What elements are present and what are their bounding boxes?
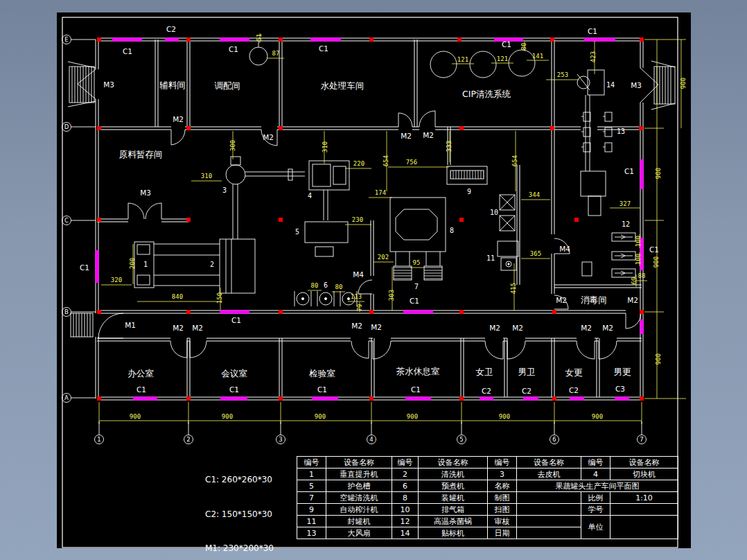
door-label-m2: M2 bbox=[556, 296, 567, 304]
equip-no: 2 bbox=[392, 469, 419, 480]
table-row: 7 空罐清洗机 8 装罐机 制图 比例 1:10 bbox=[297, 492, 678, 504]
equip-no: 6 bbox=[392, 480, 419, 492]
door-m2-meeting bbox=[190, 341, 206, 358]
col-header-no: 编号 bbox=[297, 457, 326, 469]
room-label-men-toilet: 男卫 bbox=[518, 367, 536, 377]
door-label-m2: M2 bbox=[173, 115, 184, 123]
equipment-number-13: 13 bbox=[617, 128, 625, 135]
equip-no: 11 bbox=[297, 516, 326, 527]
dim-79: 79 bbox=[356, 304, 363, 312]
room-label-women-change: 女更 bbox=[565, 367, 583, 378]
dim-900: 900 bbox=[655, 353, 662, 365]
col-header-no: 编号 bbox=[488, 457, 517, 469]
doors bbox=[78, 68, 658, 359]
room-label-tea-rest: 茶水休息室 bbox=[396, 366, 440, 376]
titleblock-draw-label: 制图 bbox=[488, 492, 517, 504]
dim-80: 80 bbox=[520, 43, 527, 51]
window-label-c1: C1 bbox=[317, 385, 327, 394]
door-m2-aux bbox=[171, 130, 185, 145]
grid-col-1: 1 bbox=[97, 436, 100, 443]
room-label-raw-storage: 原料暂存间 bbox=[119, 149, 163, 159]
blending-tank bbox=[249, 41, 267, 65]
room-label-cip: CIP清洗系统 bbox=[462, 89, 511, 99]
equip-name: 预煮机 bbox=[419, 480, 488, 492]
grid-col-3: 3 bbox=[279, 436, 282, 443]
dim-150: 150 bbox=[216, 292, 223, 304]
equipment-4-cutter bbox=[309, 161, 349, 220]
door-m1-corridor bbox=[98, 313, 123, 338]
dim-95: 95 bbox=[413, 259, 421, 266]
dim-200: 200 bbox=[129, 258, 136, 269]
equip-no: 13 bbox=[297, 527, 326, 539]
dim-202: 202 bbox=[378, 254, 389, 261]
room-label-water-treatment: 水处理车间 bbox=[321, 80, 364, 91]
stairs-top-left bbox=[68, 62, 96, 107]
door-label-m2: M2 bbox=[401, 132, 412, 140]
title-block-table: 编号 设备名称 编号 设备名称 编号 设备名称 编号 设备名称 1 垂直提升机 … bbox=[297, 456, 678, 539]
titleblock-name-label: 名称 bbox=[488, 480, 517, 492]
room-label-women-toilet: 女卫 bbox=[476, 367, 493, 377]
equip-name: 封罐机 bbox=[326, 516, 392, 527]
dim-141: 141 bbox=[532, 53, 543, 60]
dim-654: 654 bbox=[511, 155, 518, 166]
room-label-blending: 调配间 bbox=[214, 80, 240, 91]
equip-no: 5 bbox=[297, 480, 326, 492]
window-label-c1: C1 bbox=[588, 27, 597, 35]
table-header-row: 编号 设备名称 编号 设备名称 编号 设备名称 编号 设备名称 bbox=[297, 457, 678, 469]
window-label-c2: C2 bbox=[482, 387, 491, 395]
dim-87: 87 bbox=[272, 50, 280, 57]
equipment-number-9: 9 bbox=[467, 188, 471, 195]
room-label-office: 办公室 bbox=[128, 368, 154, 378]
door-m3-right-entrance bbox=[640, 68, 658, 103]
door-m2-water bbox=[398, 113, 412, 127]
col-header-no: 编号 bbox=[392, 457, 419, 469]
door-label-m2: M2 bbox=[489, 324, 500, 332]
empty-cell bbox=[517, 527, 581, 539]
equip-no: 12 bbox=[392, 516, 419, 527]
drawing-title: 果蔬罐头生产车间平面图 bbox=[517, 480, 678, 492]
dimension-texts: 87 121 121 141 253 327 310 220 230 756 1… bbox=[111, 34, 687, 420]
dim-69: 69 bbox=[631, 277, 638, 285]
grid-col-7: 7 bbox=[640, 436, 643, 443]
dim-230: 230 bbox=[352, 216, 363, 223]
door-m4-mid-wall bbox=[358, 280, 372, 294]
empty-cell bbox=[517, 516, 581, 527]
window-label-c2: C2 bbox=[569, 386, 579, 394]
equipment-number-11: 11 bbox=[486, 254, 495, 262]
dim-80: 80 bbox=[311, 282, 319, 289]
equip-no: 10 bbox=[392, 504, 419, 516]
dim-900: 900 bbox=[680, 78, 687, 89]
equip-name: 大风扇 bbox=[326, 527, 392, 539]
equipment-number-1: 1 bbox=[143, 261, 148, 268]
grid-row-d: D bbox=[64, 123, 69, 130]
table-row: 11 封罐机 12 高温杀菌锅 审核 单位 bbox=[297, 516, 678, 527]
door-label-m3: M3 bbox=[631, 81, 642, 89]
window-door-legend: C1: 260*260*30 C2: 150*150*30 M1: 230*20… bbox=[205, 451, 274, 560]
equipment-number-12: 12 bbox=[622, 220, 630, 228]
table-row: 5 护色槽 6 预煮机 名称 果蔬罐头生产车间平面图 bbox=[297, 480, 678, 492]
grid-row-c: C bbox=[64, 217, 69, 224]
stairs-bottom-left bbox=[71, 313, 93, 337]
dim-253: 253 bbox=[557, 71, 568, 78]
door-label-m2: M2 bbox=[602, 324, 613, 332]
table-row: 1 垂直提升机 2 清洗机 3 去皮机 4 切块机 bbox=[297, 469, 678, 480]
door-m3-double bbox=[128, 203, 161, 219]
dim-121: 121 bbox=[497, 55, 508, 62]
dim-756: 756 bbox=[406, 159, 417, 166]
dim-220: 220 bbox=[353, 160, 364, 167]
equip-no: 9 bbox=[297, 504, 326, 516]
dim-100: 100 bbox=[635, 254, 642, 265]
equipment-12-sterilizer bbox=[612, 233, 635, 277]
walls bbox=[96, 38, 643, 400]
dim-300: 300 bbox=[229, 140, 236, 151]
equipment-number-8: 8 bbox=[450, 227, 454, 234]
dim-840: 840 bbox=[172, 293, 183, 300]
titleblock-scale-value: 1:10 bbox=[610, 492, 678, 504]
door-m2-women-change bbox=[577, 341, 595, 359]
equipment-13-fans bbox=[581, 112, 612, 152]
titleblock-student-label: 学号 bbox=[581, 504, 610, 516]
door-m2-men-change bbox=[599, 341, 617, 359]
dim-333: 333 bbox=[446, 141, 452, 152]
room-label-aux-material: 辅料间 bbox=[159, 80, 186, 90]
equipment-5-color-tank bbox=[305, 222, 348, 256]
